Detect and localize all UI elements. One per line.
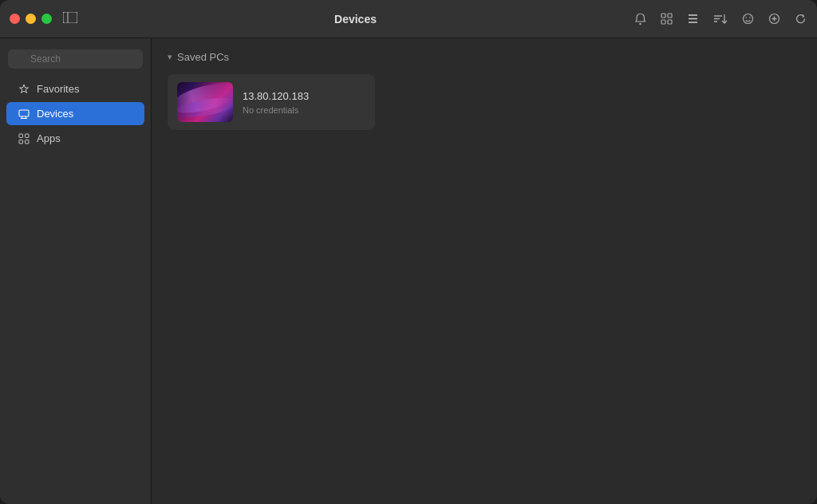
sidebar-item-apps[interactable]: Apps [6, 127, 144, 150]
device-thumbnail [177, 82, 233, 122]
content-area: ▾ Saved PCs 13.80.120.183 No credentials [152, 38, 817, 504]
sidebar-toggle-button[interactable] [63, 11, 77, 27]
svg-point-11 [745, 17, 747, 18]
svg-point-10 [744, 14, 753, 24]
monitor-icon [18, 108, 30, 120]
traffic-lights [10, 14, 52, 24]
main-area: Favorites Devices [0, 38, 817, 504]
svg-point-2 [639, 23, 641, 25]
chevron-down-icon[interactable]: ▾ [168, 52, 172, 62]
apps-label: Apps [37, 132, 61, 144]
svg-rect-25 [26, 140, 30, 144]
svg-rect-6 [668, 20, 672, 24]
svg-rect-24 [19, 140, 23, 144]
svg-rect-18 [19, 110, 29, 116]
star-icon [18, 84, 30, 95]
app-window: Devices [0, 0, 817, 504]
titlebar: Devices [0, 0, 817, 38]
add-icon[interactable] [768, 12, 781, 26]
svg-rect-23 [26, 134, 30, 138]
notification-icon[interactable] [633, 12, 647, 26]
device-card[interactable]: 13.80.120.183 No credentials [168, 74, 375, 130]
sidebar-item-favorites[interactable]: Favorites [6, 77, 144, 100]
device-info: 13.80.120.183 No credentials [243, 90, 309, 115]
svg-rect-3 [661, 14, 665, 18]
svg-point-12 [749, 17, 751, 18]
section-header: ▾ Saved PCs [168, 51, 801, 63]
grid-view-icon[interactable] [660, 12, 673, 26]
search-input[interactable] [8, 49, 143, 69]
svg-rect-0 [63, 12, 77, 23]
svg-rect-5 [661, 20, 665, 24]
device-name: 13.80.120.183 [243, 90, 309, 102]
search-container [0, 46, 151, 77]
refresh-icon[interactable] [794, 12, 807, 26]
minimize-button[interactable] [26, 14, 36, 24]
sidebar-item-devices[interactable]: Devices [6, 102, 144, 125]
sort-icon[interactable] [712, 12, 728, 26]
close-button[interactable] [10, 14, 20, 24]
titlebar-actions [633, 12, 807, 26]
maximize-button[interactable] [41, 14, 52, 24]
svg-rect-4 [668, 14, 672, 18]
svg-rect-22 [19, 134, 23, 138]
device-status: No credentials [243, 105, 309, 115]
favorites-label: Favorites [37, 83, 79, 95]
window-title: Devices [77, 13, 633, 26]
emoji-icon[interactable] [741, 12, 755, 26]
device-artwork [177, 82, 233, 122]
devices-label: Devices [37, 108, 73, 120]
sidebar: Favorites Devices [0, 38, 152, 504]
apps-grid-icon [18, 133, 30, 144]
list-view-icon[interactable] [686, 12, 700, 26]
section-title: Saved PCs [177, 51, 229, 63]
